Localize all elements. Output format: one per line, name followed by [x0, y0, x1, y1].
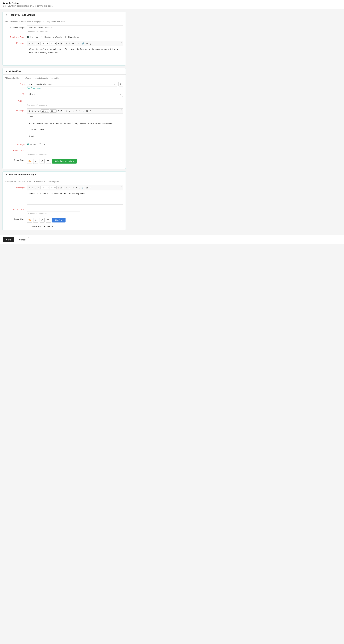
email-italic-btn[interactable]: I [32, 110, 34, 112]
radio-button-style[interactable]: Button [27, 143, 36, 146]
opt-in-confirmation-header[interactable]: ▼ Opt-In Confirmation Page [3, 172, 126, 178]
conf-button-style-control: 🎨 A F Tt Confirm [27, 217, 123, 223]
italic-btn[interactable]: I [32, 42, 34, 45]
splash-message-input[interactable] [27, 25, 123, 30]
add-from-name-link[interactable]: Add From Name [27, 87, 41, 89]
subject-input[interactable]: Opt-In Confirmation [27, 99, 123, 103]
conf-list-btn[interactable]: ☰ [68, 186, 71, 189]
conf-indent-btn[interactable]: ⇥ [72, 186, 74, 189]
email-quote-btn[interactable]: ❝ [75, 110, 77, 112]
button-label-input[interactable]: Click here to confirm [27, 148, 80, 153]
email-line-1: Hello, [29, 115, 121, 118]
save-button[interactable]: Save [3, 237, 14, 242]
strike-btn[interactable]: S [37, 42, 40, 45]
conf-remove-format-btn[interactable]: ◌ [78, 186, 81, 189]
conf-font-size-select[interactable]: 10 [50, 186, 56, 189]
conf-quote-btn[interactable]: ❝ [75, 186, 77, 189]
radio-same-form[interactable]: Same Form [65, 36, 79, 38]
conf-text-size-btn[interactable]: Tt [46, 218, 51, 223]
conf-italic-style-btn[interactable]: F [40, 218, 44, 223]
email-strike-btn[interactable]: S [37, 110, 40, 112]
radio-redirect[interactable]: Redirect to Website [42, 36, 62, 38]
conf-font-family-select[interactable]: Ve... [40, 186, 49, 189]
confirmation-message-row: Message ⤢ B I U S Ve... [5, 185, 123, 205]
confirmation-toolbar: B I U S Ve... 10 A A [27, 185, 123, 190]
from-select[interactable]: rebeccajohn@zylker.com [27, 82, 117, 86]
paint-bucket-btn[interactable]: 🎨 [27, 159, 32, 164]
opt-in-confirmation-desc: Configure the messages for form responde… [5, 180, 123, 182]
email-rich-editor: B I U S Ve... 10 A A [27, 108, 123, 140]
thank-you-section-header[interactable]: ▼ Thank You Page Settings [3, 12, 126, 18]
email-font-family-select[interactable]: Ve... [40, 110, 49, 112]
email-remove-format-btn[interactable]: ◌ [78, 110, 81, 112]
splash-message-row: Splash Message (Maximum 100 characters) [5, 25, 123, 32]
opt-out-checkbox[interactable] [27, 225, 29, 227]
email-table-btn[interactable]: ⊞ [86, 110, 88, 112]
email-font-color-btn[interactable]: A [57, 110, 60, 112]
expand-icon[interactable]: ⤢ [121, 42, 122, 44]
quote-btn[interactable]: ❝ [75, 42, 77, 45]
confirmation-editor-content[interactable]: Please click 'Confirm' to complete the f… [27, 190, 123, 204]
email-font-size-select[interactable]: 10 [50, 110, 56, 112]
email-bold-btn[interactable]: B [28, 110, 31, 112]
thank-you-page-radio-group: Rich Text Redirect to Website Same Form [27, 35, 123, 38]
cancel-button[interactable]: Cancel [16, 237, 29, 242]
button-style-control: 🎨 A F Tt Click here to confirm [27, 158, 123, 164]
conf-font-style-btn[interactable]: A [33, 218, 38, 223]
font-style-btn[interactable]: A [33, 159, 38, 164]
conf-strike-btn[interactable]: S [37, 186, 40, 189]
email-indent-btn[interactable]: ⇥ [72, 110, 74, 112]
conf-align-btn[interactable]: ≡ [65, 186, 68, 189]
formula-btn[interactable]: ∑ [89, 42, 92, 45]
font-color-btn[interactable]: A [57, 42, 60, 45]
from-row: From rebeccajohn@zylker.com ↻ Add From N… [5, 82, 123, 89]
confirmation-message-label: Message [5, 185, 27, 188]
button-label-row: Button Label Click here to confirm (Maxi… [5, 148, 123, 155]
align-btn[interactable]: ≡ [65, 42, 68, 45]
confirm-btn-green[interactable]: Click here to confirm [52, 159, 77, 164]
conf-formula-btn[interactable]: ∑ [89, 186, 92, 189]
conf-underline-btn[interactable]: U [34, 186, 37, 189]
email-formula-btn[interactable]: ∑ [89, 110, 92, 112]
underline-btn[interactable]: U [34, 42, 37, 45]
msg-expand-icon[interactable]: ⤢ [121, 109, 122, 111]
conf-bold-btn[interactable]: B [28, 186, 31, 189]
conf-highlight-btn[interactable]: A [60, 187, 62, 189]
thank-you-page-label: Thank you Page [5, 35, 27, 38]
subject-expand-icon[interactable]: ⤢ [122, 96, 123, 98]
opt-in-confirmation-section: ▼ Opt-In Confirmation Page Configure the… [2, 171, 126, 230]
conf-table-btn[interactable]: ⊞ [86, 186, 88, 189]
font-family-select[interactable]: Ve... [40, 42, 49, 45]
page-header: Double Opt-In Send your form respondents… [0, 0, 344, 9]
radio-rich-text[interactable]: Rich Text [27, 36, 38, 38]
conf-italic-btn[interactable]: I [32, 186, 34, 189]
opt-in-email-header[interactable]: ▼ Opt-In Email [3, 68, 126, 74]
subject-row: Subject ⤢ Opt-In Confirmation (Maximum 2… [5, 99, 123, 106]
conf-paint-bucket-btn[interactable]: 🎨 [27, 218, 32, 223]
to-select[interactable]: -Select- [27, 92, 123, 96]
email-list-btn[interactable]: ☰ [68, 110, 71, 112]
email-editor-content[interactable]: Hello, You submitted a response to the f… [27, 114, 123, 140]
indent-btn[interactable]: ⇥ [72, 42, 74, 45]
conf-expand-icon[interactable]: ⤢ [121, 186, 122, 188]
refresh-btn[interactable]: ↻ [118, 82, 123, 86]
conf-font-color-btn[interactable]: A [57, 186, 60, 189]
thank-you-editor-content[interactable]: We need to confirm your email address. T… [27, 46, 123, 60]
radio-url-style[interactable]: URL [39, 143, 46, 146]
email-align-btn[interactable]: ≡ [65, 110, 68, 112]
email-highlight-btn[interactable]: A [60, 110, 62, 112]
italic-style-btn[interactable]: F [40, 159, 44, 164]
email-underline-btn[interactable]: U [34, 110, 37, 112]
conf-link-btn[interactable]: 🔗 [81, 186, 85, 189]
table-btn[interactable]: ⊞ [86, 42, 88, 45]
confirm-btn-blue[interactable]: Confirm [52, 218, 66, 222]
email-link-btn[interactable]: 🔗 [81, 110, 85, 112]
bold-btn[interactable]: B [28, 42, 31, 45]
list-btn[interactable]: ☰ [68, 42, 71, 45]
font-size-select[interactable]: 10 [50, 42, 56, 45]
highlight-btn[interactable]: A [60, 42, 62, 44]
link-btn[interactable]: 🔗 [81, 42, 85, 45]
opt-in-label-input[interactable]: Confirm [27, 207, 80, 212]
remove-format-btn[interactable]: ◌ [78, 42, 81, 45]
text-size-btn[interactable]: Tt [46, 159, 51, 164]
